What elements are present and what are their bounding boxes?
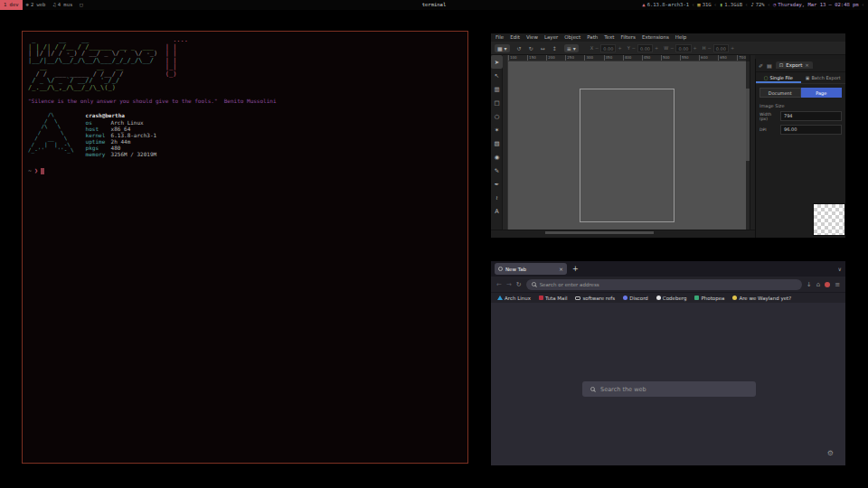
flip-horizontal-icon[interactable]: ↔: [541, 45, 545, 52]
workspace-mus[interactable]: ♫4 mus: [49, 0, 76, 10]
export-dialog-tab[interactable]: ⊡ Export ×: [776, 61, 813, 69]
flip-vertical-icon[interactable]: ↕: [552, 45, 557, 52]
objects-icon[interactable]: ▤: [767, 62, 772, 69]
shell-prompt[interactable]: ~ ❯: [28, 167, 467, 174]
tab-batch-export[interactable]: ▣Batch Export: [801, 72, 846, 83]
menu-file[interactable]: File: [495, 34, 504, 42]
export-panel: ✐▤ ⊡ Export × ▢Single File▣Batch Export …: [755, 59, 845, 238]
separator-icon: ‹: [745, 0, 748, 10]
tab-close-icon[interactable]: ×: [559, 266, 563, 272]
increment-button[interactable]: +: [693, 45, 697, 51]
workspace-empty[interactable]: □: [76, 0, 86, 10]
bookmark-software-refs[interactable]: software refs: [575, 296, 615, 301]
bookmark-codeberg[interactable]: Codeberg: [656, 296, 687, 301]
selector-tool[interactable]: ➤: [491, 55, 503, 69]
forward-icon[interactable]: →: [506, 281, 512, 288]
spiral-tool[interactable]: ◉: [491, 150, 503, 164]
globe-icon: ⊕: [26, 0, 29, 10]
download-icon[interactable]: ↓: [807, 281, 812, 288]
inkscape-window[interactable]: FileEditViewLayerObjectPathTextFiltersEx…: [490, 33, 846, 239]
rotate-ccw-icon[interactable]: ↺: [517, 45, 522, 52]
pen-tool[interactable]: ✒: [491, 177, 503, 191]
export-mode-tabs: ▢Single File▣Batch Export: [756, 72, 845, 84]
shape-builder-tool[interactable]: ▥: [491, 82, 503, 96]
ruler-tick: 350: [604, 55, 613, 61]
terminal-cursor: [41, 168, 44, 174]
decrement-button[interactable]: −: [708, 45, 712, 51]
workspace-web[interactable]: ⊕2 web: [23, 0, 50, 10]
tab-new-tab[interactable]: New Tab ×: [495, 263, 567, 275]
box3d-tool[interactable]: ▧: [491, 136, 503, 150]
browser-window[interactable]: New Tab × + ∨ ← → ↻ Search or enter addr…: [490, 260, 846, 466]
status-disk-text: 31G: [703, 0, 712, 10]
tab-list-chevron-icon[interactable]: ∨: [838, 263, 842, 275]
bookmark-are-we-wayland-yet[interactable]: Are we Wayland yet?: [732, 296, 791, 301]
status-volume: ♪72%: [750, 0, 764, 10]
menu-path[interactable]: Path: [587, 34, 598, 42]
node-tool[interactable]: ↖: [491, 69, 503, 82]
bookmark-discord[interactable]: Discord: [623, 296, 648, 301]
width-input[interactable]: 794: [780, 111, 842, 121]
fetch-row: memory3256M / 32019M: [86, 151, 157, 157]
bookmark-tuta-mail[interactable]: Tuta Mail: [539, 296, 567, 301]
decrement-button[interactable]: −: [595, 45, 599, 51]
close-icon[interactable]: ×: [805, 62, 809, 68]
bookmark-photopea[interactable]: Photopea: [694, 296, 724, 301]
new-tab-page: Search the web ⚙: [491, 303, 845, 465]
workspace-label: 1 dev: [4, 0, 19, 10]
decrement-button[interactable]: −: [632, 45, 636, 51]
clock-icon: ◔: [773, 0, 776, 10]
back-icon[interactable]: ←: [496, 281, 502, 288]
scope-document-button[interactable]: Document: [760, 88, 801, 98]
decrement-button[interactable]: −: [670, 45, 674, 51]
extension-icon[interactable]: [825, 282, 830, 287]
star-tool[interactable]: ✶: [491, 123, 503, 136]
menu-text[interactable]: Text: [604, 34, 614, 42]
increment-button[interactable]: +: [655, 45, 658, 51]
menu-view[interactable]: View: [526, 34, 538, 42]
rotate-cw-icon[interactable]: ↻: [529, 45, 533, 52]
horizontal-scrollbar[interactable]: [545, 231, 654, 234]
bookmark-arch-linux[interactable]: Arch Linux: [497, 296, 531, 301]
scope-page-button[interactable]: Page: [801, 88, 843, 98]
separator-icon: ‹: [714, 0, 717, 10]
page-settings-gear-icon[interactable]: ⚙: [827, 449, 834, 457]
canvas[interactable]: [508, 61, 746, 230]
select-mode-dropdown[interactable]: ▦ ▾: [495, 44, 510, 52]
fetch-row: pkgs480: [86, 145, 157, 151]
field-label: H: [703, 45, 706, 51]
pencil-tool[interactable]: ✎: [491, 164, 503, 177]
menu-icon[interactable]: ≡: [835, 281, 840, 288]
url-bar[interactable]: Search or enter address: [526, 279, 802, 290]
menu-filters[interactable]: Filters: [620, 34, 636, 42]
field-value: 0.00: [637, 44, 653, 52]
search-icon: [532, 282, 536, 286]
increment-button[interactable]: +: [618, 45, 621, 51]
terminal-window[interactable]: _ __ __ ....| | /| / /__ / /______ __ _ …: [22, 31, 468, 464]
raise-lower-dropdown[interactable]: ≡ ▾: [564, 44, 579, 52]
edit-icon[interactable]: ✐: [759, 62, 763, 69]
rectangle-tool[interactable]: □: [491, 96, 503, 109]
fetch-label: uptime: [86, 138, 111, 145]
menu-edit[interactable]: Edit: [510, 34, 520, 42]
dpi-input[interactable]: 96.00: [780, 125, 842, 135]
fetch-info: crash@bertha osArch Linuxhostx86_64kerne…: [86, 112, 157, 157]
field-x: X−0.00+: [590, 44, 622, 52]
tab-single-file[interactable]: ▢Single File: [756, 72, 801, 83]
dpi-label: DPI: [760, 127, 778, 132]
workspace-dev[interactable]: 1 dev: [0, 0, 23, 10]
menu-layer[interactable]: Layer: [544, 34, 558, 42]
increment-button[interactable]: +: [731, 45, 734, 51]
menu-extensions[interactable]: Extensions: [642, 34, 669, 42]
status-volume-text: 72%: [756, 0, 765, 10]
new-tab-button[interactable]: +: [572, 263, 579, 275]
calligraphy-tool[interactable]: ≀: [491, 191, 503, 204]
fetch-value: 480: [111, 145, 121, 151]
ellipse-tool[interactable]: ○: [491, 109, 503, 123]
home-icon[interactable]: ⌂: [816, 281, 820, 288]
reload-icon[interactable]: ↻: [516, 281, 522, 288]
menu-object[interactable]: Object: [564, 34, 580, 42]
text-tool[interactable]: A: [491, 204, 503, 218]
menu-help[interactable]: Help: [675, 34, 687, 42]
web-search-bar[interactable]: Search the web: [582, 381, 756, 397]
